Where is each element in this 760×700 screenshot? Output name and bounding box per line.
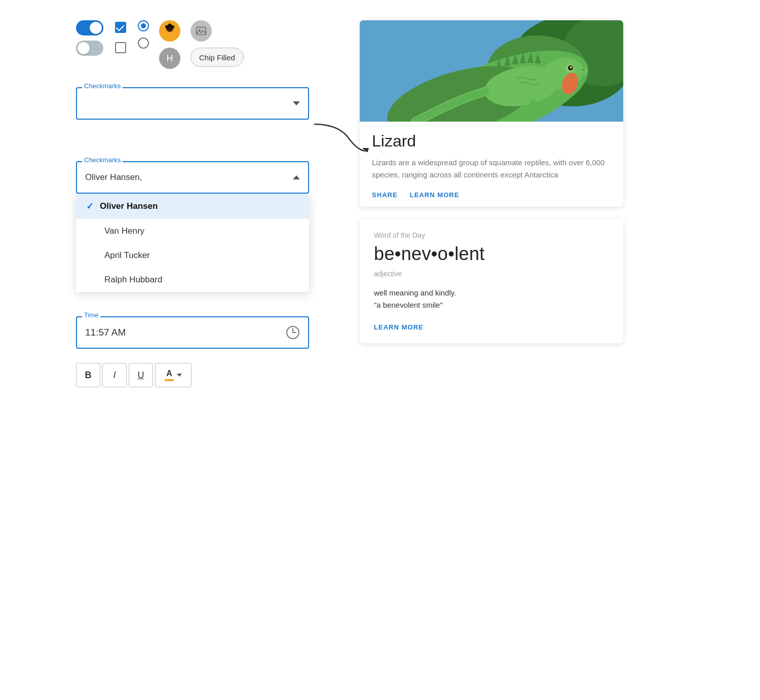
curved-arrow bbox=[76, 132, 329, 157]
checkbox-unchecked[interactable] bbox=[113, 41, 128, 55]
dropdown2-value: Oliver Hansen, bbox=[85, 172, 142, 182]
dropdown-item-label-2: April Tucker bbox=[104, 250, 150, 260]
checkbox-checked-inner bbox=[115, 22, 126, 33]
highlight-bar bbox=[165, 379, 174, 381]
underline-button[interactable]: U bbox=[129, 363, 153, 387]
radio-group bbox=[138, 20, 149, 49]
main-container: H Chip Filled bbox=[76, 20, 684, 387]
lizard-card: Lizard Lizards are a widespread group of… bbox=[360, 20, 623, 207]
word-card: Word of the Day be•nev•o•lent adjective … bbox=[360, 219, 623, 343]
avatar-photo[interactable] bbox=[159, 20, 180, 42]
toggle-thumb-on bbox=[90, 22, 102, 34]
svg-point-3 bbox=[165, 25, 168, 28]
dropdown-item-label-0: Oliver Hansen bbox=[100, 201, 158, 211]
dropdown-menu: ✓ Oliver Hansen Van Henry April Tucker R… bbox=[76, 194, 309, 292]
word-actions: LEARN MORE bbox=[374, 323, 609, 331]
dropdown-closed: Checkmarks bbox=[76, 87, 329, 120]
underline-label: U bbox=[138, 370, 144, 381]
toggle-group bbox=[76, 20, 103, 56]
time-input[interactable]: 11:57 AM bbox=[76, 316, 309, 349]
avatar-letter-text: H bbox=[167, 53, 173, 64]
word-learn-more-button[interactable]: LEARN MORE bbox=[374, 323, 424, 331]
chip-filled[interactable]: Chip Filled bbox=[191, 48, 244, 67]
chip-avatar-col: Chip Filled bbox=[191, 20, 244, 67]
toggle-on[interactable] bbox=[76, 20, 103, 35]
dropdown-item-0[interactable]: ✓ Oliver Hansen bbox=[76, 194, 309, 219]
time-value: 11:57 AM bbox=[85, 327, 126, 338]
text-toolbar: B I U A bbox=[76, 363, 329, 387]
right-panel: Lizard Lizards are a widespread group of… bbox=[360, 20, 684, 343]
word-title: be•nev•o•lent bbox=[374, 243, 609, 265]
left-panel: H Chip Filled bbox=[76, 20, 329, 387]
word-definition: well meaning and kindly. "a benevolent s… bbox=[374, 287, 609, 311]
italic-button[interactable]: I bbox=[102, 363, 127, 387]
time-field-wrapper: Time 11:57 AM bbox=[76, 316, 329, 349]
dropdown-item-label-3: Ralph Hubbard bbox=[104, 275, 162, 284]
radio-unchecked[interactable] bbox=[138, 38, 149, 49]
avatar-group: H bbox=[159, 20, 180, 69]
lizard-actions: SHARE LEARN MORE bbox=[372, 191, 611, 199]
highlight-dropdown[interactable]: A bbox=[155, 363, 192, 387]
word-subtitle: Word of the Day bbox=[374, 231, 609, 239]
clock-icon bbox=[286, 325, 300, 340]
avatar-letter[interactable]: H bbox=[159, 48, 180, 69]
svg-point-24 bbox=[576, 67, 588, 75]
dropdown-item-2[interactable]: April Tucker bbox=[76, 243, 309, 268]
check-icon: ✓ bbox=[86, 201, 94, 212]
svg-point-22 bbox=[570, 66, 572, 68]
lizard-image bbox=[360, 20, 623, 122]
svg-point-25 bbox=[583, 69, 585, 71]
avatar-image-placeholder[interactable] bbox=[191, 20, 212, 42]
italic-label: I bbox=[113, 370, 116, 381]
highlight-icon: A bbox=[165, 369, 174, 381]
lizard-description: Lizards are a widespread group of squama… bbox=[372, 157, 611, 181]
dropdown-open: Checkmarks Oliver Hansen, bbox=[76, 161, 329, 194]
dropdown-item-label-1: Van Henry bbox=[104, 226, 144, 236]
chevron-down-icon bbox=[293, 101, 300, 105]
svg-point-4 bbox=[171, 25, 174, 28]
chevron-up-icon bbox=[293, 175, 300, 179]
highlight-chevron-icon bbox=[177, 374, 182, 377]
bold-button[interactable]: B bbox=[76, 363, 100, 387]
svg-rect-6 bbox=[197, 27, 206, 35]
highlight-letter: A bbox=[166, 369, 172, 378]
lizard-share-button[interactable]: SHARE bbox=[372, 191, 398, 199]
share-label: SHARE bbox=[372, 191, 398, 199]
toggle-thumb-off bbox=[78, 42, 90, 54]
chip-label: Chip Filled bbox=[199, 53, 235, 62]
checkbox-checked[interactable] bbox=[113, 20, 128, 34]
dropdown-item-3[interactable]: Ralph Hubbard bbox=[76, 268, 309, 292]
dropdown1-trigger[interactable] bbox=[76, 87, 309, 120]
lizard-learn-more-button[interactable]: LEARN MORE bbox=[410, 191, 460, 199]
radio-checked[interactable] bbox=[138, 20, 149, 31]
dropdown1-label: Checkmarks bbox=[82, 82, 123, 90]
learn-more-label: LEARN MORE bbox=[410, 191, 460, 199]
word-part-of-speech: adjective bbox=[374, 270, 609, 278]
word-learn-more-label: LEARN MORE bbox=[374, 323, 424, 331]
bold-label: B bbox=[85, 370, 92, 381]
dropdown2-label: Checkmarks bbox=[82, 156, 123, 164]
dropdown2-trigger[interactable]: Oliver Hansen, bbox=[76, 161, 309, 194]
dropdown-item-1[interactable]: Van Henry bbox=[76, 219, 309, 243]
toggle-off[interactable] bbox=[76, 41, 103, 56]
checkbox-group bbox=[113, 20, 128, 55]
svg-point-5 bbox=[168, 24, 172, 27]
checkbox-unchecked-inner bbox=[115, 42, 126, 53]
time-label: Time bbox=[82, 311, 100, 319]
